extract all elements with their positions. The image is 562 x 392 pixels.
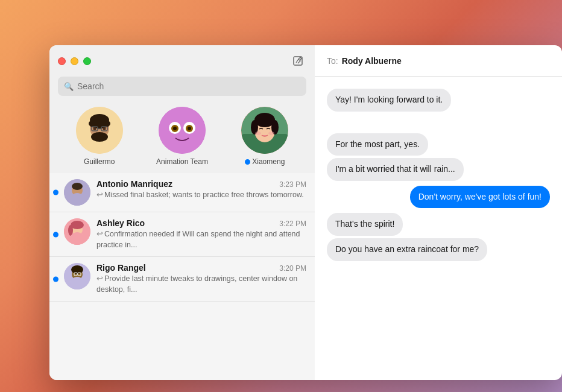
conversation-ashley[interactable]: Ashley Rico 3:22 PM ↩Confirmation needed… — [49, 212, 315, 257]
unread-indicator — [53, 232, 58, 237]
svg-point-9 — [93, 127, 96, 130]
messages-window: 🔍 — [49, 45, 562, 380]
svg-point-16 — [173, 127, 177, 130]
close-button[interactable] — [58, 57, 66, 65]
traffic-lights — [58, 57, 91, 65]
search-icon: 🔍 — [64, 82, 74, 91]
message-bubble-1: Yay! I'm looking forward to it. — [327, 89, 451, 112]
msg-name-rigo: Rigo Rangel — [96, 263, 146, 273]
pinned-guillermo[interactable]: Guillermo — [76, 107, 123, 166]
avatar-xiaomeng — [241, 107, 288, 154]
avatar-animation-team — [159, 107, 206, 154]
message-bubble-6: Do you have an extra raincoat for me? — [327, 238, 487, 261]
xiaomeng-label: Xiaomeng — [252, 157, 285, 166]
svg-point-25 — [255, 131, 261, 135]
avatar-rigo — [64, 263, 90, 289]
message-list: Antonio Manriquez 3:23 PM ↩Missed final … — [49, 173, 315, 380]
msg-time-rigo: 3:20 PM — [279, 264, 306, 273]
msg-header-rigo: Rigo Rangel 3:20 PM — [96, 263, 306, 273]
pinned-contacts: Guillermo — [49, 102, 315, 173]
svg-point-17 — [188, 127, 191, 130]
chat-header: To: Rody Albuerne — [315, 45, 562, 77]
msg-name-ashley: Ashley Rico — [96, 218, 145, 228]
msg-header-antonio: Antonio Manriquez 3:23 PM — [96, 179, 306, 189]
conversation-rigo[interactable]: Rigo Rangel 3:20 PM ↩Provide last minute… — [49, 257, 315, 302]
pinned-animation-team[interactable]: Animation Team — [156, 107, 208, 166]
msg-content-antonio: Antonio Manriquez 3:23 PM ↩Missed final … — [96, 179, 306, 201]
msg-preview-antonio: ↩Missed final basket; wants to practice … — [96, 190, 306, 201]
message-bubble-2: For the most part, yes. — [327, 133, 428, 156]
svg-point-26 — [268, 131, 274, 135]
msg-time-ashley: 3:22 PM — [279, 220, 306, 228]
left-panel: 🔍 — [49, 45, 315, 380]
message-group-received-2: That's the spirit! Do you have an extra … — [327, 213, 550, 261]
online-indicator — [245, 159, 250, 165]
avatar-ashley — [64, 218, 90, 245]
message-bubble-4: Don't worry, we've got lots of fun! — [410, 186, 550, 209]
guillermo-label: Guillermo — [84, 157, 115, 166]
msg-preview-rigo: ↩Provide last minute tweaks to drawings,… — [96, 274, 306, 295]
svg-point-10 — [103, 127, 106, 130]
message-bubble-3: I'm a bit worried that it will rain... — [327, 158, 464, 181]
recipient-name: Rody Albuerne — [342, 56, 402, 66]
svg-point-11 — [159, 107, 206, 154]
to-label: To: — [327, 56, 338, 66]
avatar-antonio — [64, 179, 90, 206]
message-group-received: For the most part, yes. I'm a bit worrie… — [327, 133, 550, 181]
msg-time-antonio: 3:23 PM — [279, 180, 306, 189]
right-panel: To: Rody Albuerne Yay! I'm looking forwa… — [315, 45, 562, 380]
animation-team-label: Animation Team — [156, 157, 208, 166]
svg-point-29 — [72, 183, 83, 190]
compose-button[interactable] — [289, 52, 306, 69]
search-input[interactable] — [77, 81, 300, 91]
search-bar[interactable]: 🔍 — [58, 77, 306, 96]
minimize-button[interactable] — [71, 57, 78, 65]
avatar-guillermo — [76, 107, 123, 154]
conversation-antonio[interactable]: Antonio Manriquez 3:23 PM ↩Missed final … — [49, 173, 315, 212]
pinned-xiaomeng[interactable]: Xiaomeng — [241, 107, 288, 166]
unread-indicator — [53, 190, 58, 195]
msg-header-ashley: Ashley Rico 3:22 PM — [96, 218, 306, 228]
msg-name-antonio: Antonio Manriquez — [96, 179, 172, 189]
unread-indicator — [53, 276, 58, 282]
msg-content-rigo: Rigo Rangel 3:20 PM ↩Provide last minute… — [96, 263, 306, 295]
msg-preview-ashley: ↩Confirmation needed if Will can spend t… — [96, 229, 306, 250]
chat-messages: Yay! I'm looking forward to it. For the … — [315, 77, 562, 380]
xiaomeng-label-row: Xiaomeng — [245, 157, 285, 166]
msg-content-ashley: Ashley Rico 3:22 PM ↩Confirmation needed… — [96, 218, 306, 250]
spacer — [327, 116, 550, 128]
maximize-button[interactable] — [83, 57, 91, 65]
titlebar — [49, 45, 315, 77]
svg-point-5 — [91, 132, 108, 142]
message-bubble-5: That's the spirit! — [327, 213, 403, 236]
